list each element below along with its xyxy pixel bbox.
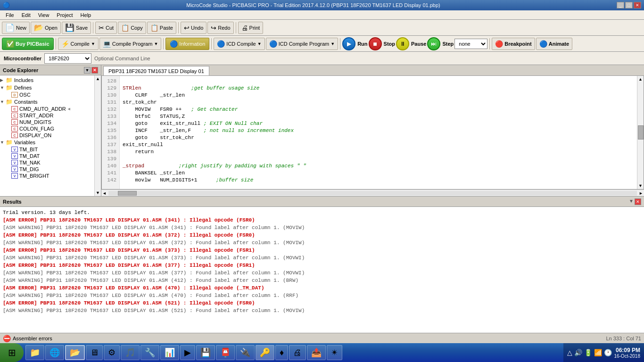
var-icon-tm-nak: V xyxy=(11,160,18,165)
new-icon: 📄 xyxy=(5,23,15,32)
undo-button[interactable]: ↩ Undo xyxy=(181,22,206,34)
taskbar-item-file-manager[interactable]: 📁 xyxy=(25,345,44,360)
paste-button[interactable]: 📋 Paste xyxy=(147,22,176,34)
title-bar-controls: _ □ ✕ xyxy=(617,2,641,8)
code-explorer-pin-button[interactable]: ▼ xyxy=(84,67,91,74)
results-collapse-arrow[interactable]: ▼ xyxy=(629,198,634,205)
editor-scroll-down[interactable]: ▼ xyxy=(637,182,644,189)
editor-tab[interactable]: PBP31 18F2620 TM1637 LED Display 01 xyxy=(103,66,209,75)
compile-program-button[interactable]: 💻 Compile Program ▼ xyxy=(99,38,162,50)
h-scroll-right-btn[interactable]: ► xyxy=(638,190,644,197)
tree-item-tm-dat[interactable]: V TM_DAT xyxy=(6,153,101,159)
tree-scroll-down[interactable]: ▼ xyxy=(95,189,101,196)
taskbar-item-app6[interactable]: ✴ xyxy=(327,345,342,360)
tree-item-colon-flag[interactable]: C COLON_FLAG xyxy=(6,125,101,132)
tree-item-tm-dig[interactable]: V TM_DIG xyxy=(6,166,101,173)
tree-item-tm-bit[interactable]: V TM_BIT xyxy=(6,146,101,153)
tree-item-tm-bright[interactable]: V TM_BRIGHT xyxy=(6,173,101,179)
mcu-select[interactable]: 18F2620 xyxy=(44,53,91,64)
define-icon-osc: D xyxy=(11,92,18,98)
tree-label-colon: COLON_FLAG xyxy=(19,126,54,132)
stop-button[interactable]: ■ xyxy=(369,37,382,50)
taskbar-item-settings[interactable]: ⚙ xyxy=(104,345,120,360)
icd-compile-button[interactable]: 🔵 ICD Compile ▼ xyxy=(214,38,264,50)
line-num-131: 131 xyxy=(104,99,116,106)
editor-horizontal-scrollbar[interactable]: ◄ ► xyxy=(101,189,644,196)
information-button[interactable]: 🔵 Information xyxy=(165,38,209,50)
tree-item-start-addr[interactable]: C START_ADDR xyxy=(6,112,101,119)
code-editor[interactable]: 128 129 130 131 132 133 134 135 136 137 … xyxy=(101,75,644,189)
result-line-13: [ASM WARNING] PBP31 18F2620 TM1637 LED D… xyxy=(3,307,641,314)
results-close-button[interactable]: ✕ xyxy=(635,198,641,205)
taskbar-item-network[interactable]: 🔧 xyxy=(140,345,159,360)
tree-label-includes: Includes xyxy=(14,77,33,83)
taskbar-item-folder[interactable]: 📂 xyxy=(65,345,85,360)
editor-scroll-up[interactable]: ▲ xyxy=(637,76,644,82)
redo-button[interactable]: ↪ Redo xyxy=(207,22,233,34)
tree-label-num: NUM_DIGITS xyxy=(19,119,51,125)
run-button[interactable]: ▶ xyxy=(342,37,355,50)
print-button[interactable]: 🖨 Print xyxy=(238,22,264,34)
compile-dropdown-arrow: ▼ xyxy=(91,41,95,46)
tree-item-includes[interactable]: ▶ 📁 Includes xyxy=(0,76,101,84)
copy-button[interactable]: 📋 Copy xyxy=(118,22,146,34)
taskbar-item-storage[interactable]: 💾 xyxy=(196,345,215,360)
editor-scrollbar-right[interactable]: ▲ ▼ xyxy=(637,76,644,189)
taskbar-item-console[interactable]: 🖥 xyxy=(86,345,103,360)
animate-button[interactable]: 🔵 Animate xyxy=(536,38,572,50)
tree-item-num-digits[interactable]: C NUM_DIGITS xyxy=(6,119,101,125)
taskbar-item-app4[interactable]: 🖨 xyxy=(289,345,306,360)
open-button[interactable]: 📂 Open xyxy=(31,22,61,34)
tree-item-tm-nak[interactable]: V TM_NAK xyxy=(6,159,101,166)
close-button[interactable]: ✕ xyxy=(634,2,641,8)
menu-file[interactable]: File xyxy=(2,11,18,19)
save-button[interactable]: 💾 Save xyxy=(62,22,91,34)
tree-item-cmd-auto-addr[interactable]: C CMD_AUTO_ADDR ◄ xyxy=(6,106,101,112)
pause-button[interactable]: ⏸ xyxy=(396,37,409,50)
tree-item-constants[interactable]: ▼ 📁 Constants xyxy=(0,98,101,106)
none-select[interactable]: none xyxy=(454,39,487,49)
breakpoint-button[interactable]: 🔴 Breakpoint xyxy=(492,38,535,50)
menu-view[interactable]: View xyxy=(34,11,53,19)
menu-edit[interactable]: Edit xyxy=(18,11,34,19)
menu-project[interactable]: Project xyxy=(53,11,76,19)
start-button[interactable]: ⊞ xyxy=(0,343,24,362)
buy-picbasic-button[interactable]: ✅ Buy PICBasic xyxy=(2,38,54,50)
taskbar-item-excel[interactable]: 📊 xyxy=(160,345,179,360)
copy-icon: 📋 xyxy=(121,24,129,32)
line-num-132: 132 xyxy=(104,106,116,113)
taskbar-item-player[interactable]: ▶ xyxy=(180,345,195,360)
tree-item-osc[interactable]: D OSC xyxy=(6,91,101,98)
icd-compile-icon: 🔵 xyxy=(217,40,225,48)
result-line-1: [ASM ERROR] PBP31 18F2620 TM1637 LED DIS… xyxy=(3,216,641,224)
scroll-indicator: ◄ xyxy=(67,107,71,111)
status-bar: ⛔ Assembler errors Ln 333 : Col 71 xyxy=(0,333,644,343)
tree-label-display: DISPLAY_ON xyxy=(19,132,51,138)
tree-scrollbar[interactable]: ▲ ▼ xyxy=(94,75,101,196)
taskbar-item-app2[interactable]: 🔌 xyxy=(236,345,255,360)
results-header: Results ▼ ✕ xyxy=(0,197,644,207)
cut-button[interactable]: ✂ Cut xyxy=(95,22,117,34)
new-button[interactable]: 📄 New xyxy=(2,22,30,34)
h-scroll-left-btn[interactable]: ◄ xyxy=(101,190,107,197)
menu-help[interactable]: Help xyxy=(77,11,95,19)
taskbar-item-pickit[interactable]: 🔑 xyxy=(256,345,274,360)
taskbar-item-media[interactable]: 🎵 xyxy=(121,345,140,360)
icd-compile-program-button[interactable]: 🔵 ICD Compile Program ▼ xyxy=(266,38,339,50)
taskbar-item-app5[interactable]: 📤 xyxy=(307,345,326,360)
toolbar2-separator1 xyxy=(56,38,56,49)
step-button[interactable]: ⏭ xyxy=(427,37,440,50)
maximize-button[interactable]: □ xyxy=(625,2,633,8)
code-explorer-close-button[interactable]: ✕ xyxy=(91,67,98,74)
compile-button[interactable]: ⚡ Compile ▼ xyxy=(58,38,99,50)
taskbar-item-browser[interactable]: 🌐 xyxy=(45,345,64,360)
results-panel: Results ▼ ✕ Trial version. 13 days left.… xyxy=(0,196,644,333)
taskbar-item-app1[interactable]: 📮 xyxy=(216,345,235,360)
animate-icon: 🔵 xyxy=(539,40,547,48)
tree-scroll-up[interactable]: ▲ xyxy=(95,75,101,82)
taskbar-item-app3[interactable]: ♦ xyxy=(275,345,288,360)
minimize-button[interactable]: _ xyxy=(617,2,624,8)
tree-item-defines[interactable]: ▼ 📁 Defines xyxy=(0,84,101,91)
tree-item-variables[interactable]: ▼ 📁 Variables xyxy=(0,139,101,146)
tree-item-display-on[interactable]: C DISPLAY_ON xyxy=(6,132,101,139)
